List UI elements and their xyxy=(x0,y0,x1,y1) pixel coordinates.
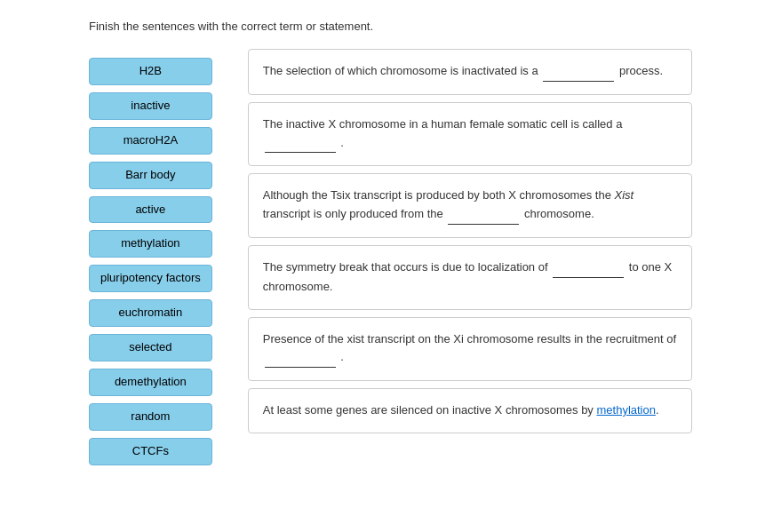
sentence-box-s6: At least some genes are silenced on inac… xyxy=(248,388,692,433)
sentences-column: The selection of which chromosome is ina… xyxy=(248,49,692,465)
sentence-box-s5: Presence of the xist transcript on the X… xyxy=(248,317,692,382)
term-btn-h2b[interactable]: H2B xyxy=(89,58,212,85)
answer-blank[interactable] xyxy=(553,258,624,278)
term-btn-methylation[interactable]: methylation xyxy=(89,230,212,258)
instruction: Finish the sentences with the correct te… xyxy=(89,20,757,33)
term-btn-selected[interactable]: selected xyxy=(89,334,212,361)
sentence-italic: Xist xyxy=(614,188,633,202)
sentence-text: . xyxy=(656,403,659,417)
term-btn-macroh2a[interactable]: macroH2A xyxy=(89,127,212,155)
term-btn-active[interactable]: active xyxy=(89,196,212,224)
sentence-text: Presence of the xist transcript on the X… xyxy=(263,332,676,345)
term-btn-inactive[interactable]: inactive xyxy=(89,92,212,120)
sentence-box-s2: The inactive X chromosome in a human fem… xyxy=(248,102,692,167)
sentence-text: . xyxy=(338,350,344,363)
term-btn-random[interactable]: random xyxy=(89,403,212,431)
answer-blank[interactable] xyxy=(265,348,336,368)
main-layout: H2BinactivemacroH2ABarr bodyactivemethyl… xyxy=(89,49,757,465)
sentence-text: At least some genes are silenced on inac… xyxy=(263,403,597,417)
answer-blank[interactable] xyxy=(448,205,519,225)
answer-blank[interactable] xyxy=(543,62,614,82)
sentence-box-s3: Although the Tsix transcript is produced… xyxy=(248,173,692,238)
term-btn-euchromatin[interactable]: euchromatin xyxy=(89,299,212,327)
sentence-box-s1: The selection of which chromosome is ina… xyxy=(248,49,692,95)
term-btn-pluripotency-factors[interactable]: pluripotency factors xyxy=(89,265,212,292)
term-btn-ctcfs[interactable]: CTCFs xyxy=(89,438,212,465)
sentence-box-s4: The symmetry break that occurs is due to… xyxy=(248,245,692,310)
sentence-text: The inactive X chromosome in a human fem… xyxy=(263,117,623,131)
terms-column: H2BinactivemacroH2ABarr bodyactivemethyl… xyxy=(89,49,212,465)
term-btn-demethylation[interactable]: demethylation xyxy=(89,369,212,396)
answer-link[interactable]: methylation xyxy=(596,403,655,417)
sentence-text: process. xyxy=(616,64,663,77)
sentence-text: transcript is only produced from the xyxy=(263,207,447,220)
sentence-text: The selection of which chromosome is ina… xyxy=(263,64,542,77)
term-btn-barr-body[interactable]: Barr body xyxy=(89,162,212,189)
answer-blank[interactable] xyxy=(265,134,336,154)
sentence-text: Although the Tsix transcript is produced… xyxy=(263,188,615,202)
sentence-text: The symmetry break that occurs is due to… xyxy=(263,260,551,274)
sentence-text: . xyxy=(338,136,344,149)
sentence-text: chromosome. xyxy=(521,207,594,220)
